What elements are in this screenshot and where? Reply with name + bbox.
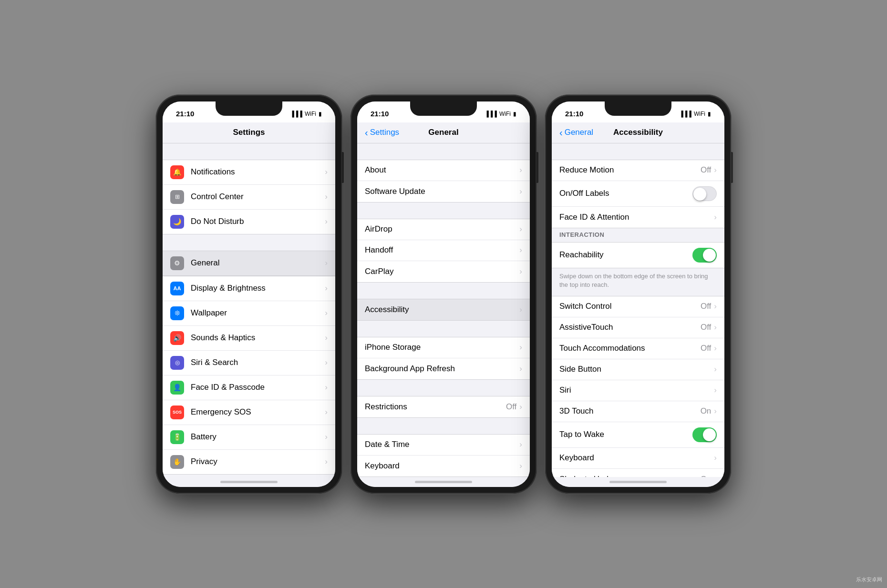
signal-icon: ▐▐▐ (290, 111, 302, 117)
row-onoff-labels[interactable]: On/Off Labels (552, 181, 724, 207)
row-do-not-disturb[interactable]: 🌙 Do Not Disturb › (163, 210, 335, 234)
row-shake-to-undo[interactable]: Shake to Undo On › (552, 469, 724, 477)
status-icons-2: ▐▐▐ WiFi ▮ (485, 111, 516, 117)
reachability-knob (703, 249, 716, 262)
phone-1: 21:10 ▐▐▐ WiFi ▮ Settings 🔔 Notification… (156, 95, 342, 494)
face-id-attention-label: Face ID & Attention (559, 213, 714, 222)
row-iphone-storage[interactable]: iPhone Storage › (357, 337, 530, 358)
back-button-2[interactable]: ‹ Settings (365, 128, 399, 137)
row-sounds[interactable]: 🔊 Sounds & Haptics › (163, 326, 335, 351)
section-restrictions: Restrictions Off › (357, 396, 530, 418)
touch-accommodations-label: Touch Accommodations (559, 344, 701, 353)
row-privacy[interactable]: ✋ Privacy › (163, 450, 335, 474)
back-button-3[interactable]: ‹ General (559, 128, 593, 137)
face-id-passcode-label: Face ID & Passcode (191, 383, 325, 392)
row-assistivetouch[interactable]: AssistiveTouch Off › (552, 317, 724, 338)
wallpaper-chevron: › (325, 308, 328, 318)
home-indicator-2 (415, 481, 472, 483)
row-software-update[interactable]: Software Update › (357, 181, 530, 202)
date-time-chevron: › (519, 440, 522, 449)
reachability-label: Reachability (559, 250, 692, 260)
tap-to-wake-toggle[interactable] (692, 427, 717, 442)
row-switch-control[interactable]: Switch Control Off › (552, 296, 724, 317)
section-reachability: Reachability (552, 242, 724, 268)
row-airdrop[interactable]: AirDrop › (357, 219, 530, 240)
shake-to-undo-chevron: › (714, 475, 717, 477)
home-bar-1 (163, 477, 335, 487)
airdrop-label: AirDrop (365, 224, 519, 234)
section-storage: iPhone Storage › Background App Refresh … (357, 337, 530, 380)
row-general[interactable]: ⚙ General › (163, 251, 335, 275)
phone-3: 21:10 ▐▐▐ WiFi ▮ ‹ General Accessibility… (545, 95, 731, 494)
row-background-refresh[interactable]: Background App Refresh › (357, 358, 530, 379)
row-3d-touch[interactable]: 3D Touch On › (552, 401, 724, 422)
accessibility-chevron: › (519, 305, 522, 314)
row-tap-to-wake[interactable]: Tap to Wake (552, 422, 724, 448)
section-about: About › Software Update › (357, 160, 530, 203)
signal-icon-3: ▐▐▐ (679, 111, 691, 117)
switch-control-label: Switch Control (559, 302, 701, 311)
phone-2: 21:10 ▐▐▐ WiFi ▮ ‹ Settings General Abou… (351, 95, 536, 494)
row-about[interactable]: About › (357, 160, 530, 181)
do-not-disturb-chevron: › (325, 217, 328, 226)
row-wallpaper[interactable]: ❊ Wallpaper › (163, 301, 335, 326)
background-refresh-chevron: › (519, 364, 522, 374)
notch-2 (410, 101, 477, 116)
shake-to-undo-label: Shake to Undo (559, 475, 701, 477)
assistivetouch-label: AssistiveTouch (559, 323, 701, 332)
onoff-labels-toggle[interactable] (692, 186, 717, 201)
row-reduce-motion[interactable]: Reduce Motion Off › (552, 160, 724, 181)
do-not-disturb-icon: 🌙 (170, 215, 184, 229)
home-bar-2 (357, 477, 530, 487)
battery-icon-3: ▮ (708, 111, 711, 117)
time-2: 21:10 (371, 110, 389, 118)
row-notifications[interactable]: 🔔 Notifications › (163, 160, 335, 185)
row-emergency-sos[interactable]: SOS Emergency SOS › (163, 400, 335, 425)
row-keyboard-2[interactable]: Keyboard › (357, 456, 530, 476)
status-bar-1: 21:10 ▐▐▐ WiFi ▮ (163, 101, 335, 122)
reduce-motion-value: Off (701, 165, 711, 175)
sounds-label: Sounds & Haptics (191, 333, 325, 343)
row-battery[interactable]: 🔋 Battery › (163, 425, 335, 450)
section-display: AA Display & Brightness › ❊ Wallpaper › … (163, 276, 335, 475)
watermark: 乐水安卓网 (856, 576, 882, 583)
emergency-sos-label: Emergency SOS (191, 407, 325, 417)
siri-chevron: › (325, 358, 328, 367)
wifi-icon-2: WiFi (499, 111, 511, 117)
3d-touch-value: On (701, 406, 712, 416)
row-face-id-passcode[interactable]: 👤 Face ID & Passcode › (163, 375, 335, 400)
privacy-icon: ✋ (170, 455, 184, 469)
row-siri[interactable]: ◎ Siri & Search › (163, 351, 335, 375)
row-accessibility[interactable]: Accessibility › (357, 299, 530, 320)
face-id-attention-chevron: › (714, 213, 717, 222)
restrictions-label: Restrictions (365, 402, 506, 412)
time-1: 21:10 (176, 110, 194, 118)
section-reduce-motion: Reduce Motion Off › On/Off Labels Face I… (552, 160, 724, 228)
battery-icon: ▮ (319, 111, 322, 117)
row-keyboard-3[interactable]: Keyboard › (552, 448, 724, 469)
row-control-center[interactable]: ⊞ Control Center › (163, 185, 335, 210)
row-handoff[interactable]: Handoff › (357, 240, 530, 261)
screen-3[interactable]: Reduce Motion Off › On/Off Labels Face I… (552, 143, 724, 477)
status-bar-2: 21:10 ▐▐▐ WiFi ▮ (357, 101, 530, 122)
reachability-toggle[interactable] (692, 248, 717, 263)
screen-2[interactable]: About › Software Update › AirDrop › Hand… (357, 143, 530, 477)
row-date-time[interactable]: Date & Time › (357, 435, 530, 456)
row-siri-3[interactable]: Siri › (552, 380, 724, 401)
row-face-id-attention[interactable]: Face ID & Attention › (552, 207, 724, 228)
wallpaper-icon: ❊ (170, 306, 184, 320)
row-display-brightness[interactable]: AA Display & Brightness › (163, 276, 335, 301)
section-notifications: 🔔 Notifications › ⊞ Control Center › 🌙 (163, 160, 335, 234)
keyboard-2-chevron: › (519, 461, 522, 471)
nav-bar-2: ‹ Settings General (357, 122, 530, 143)
row-side-button[interactable]: Side Button › (552, 359, 724, 380)
row-reachability[interactable]: Reachability (552, 243, 724, 268)
screen-1[interactable]: 🔔 Notifications › ⊞ Control Center › 🌙 (163, 143, 335, 477)
face-id-passcode-chevron: › (325, 383, 328, 392)
row-restrictions[interactable]: Restrictions Off › (357, 396, 530, 417)
row-carplay[interactable]: CarPlay › (357, 261, 530, 282)
battery-chevron: › (325, 432, 328, 442)
side-button-chevron: › (714, 365, 717, 374)
interaction-header: INTERACTION (552, 228, 724, 242)
row-touch-accommodations[interactable]: Touch Accommodations Off › (552, 338, 724, 359)
